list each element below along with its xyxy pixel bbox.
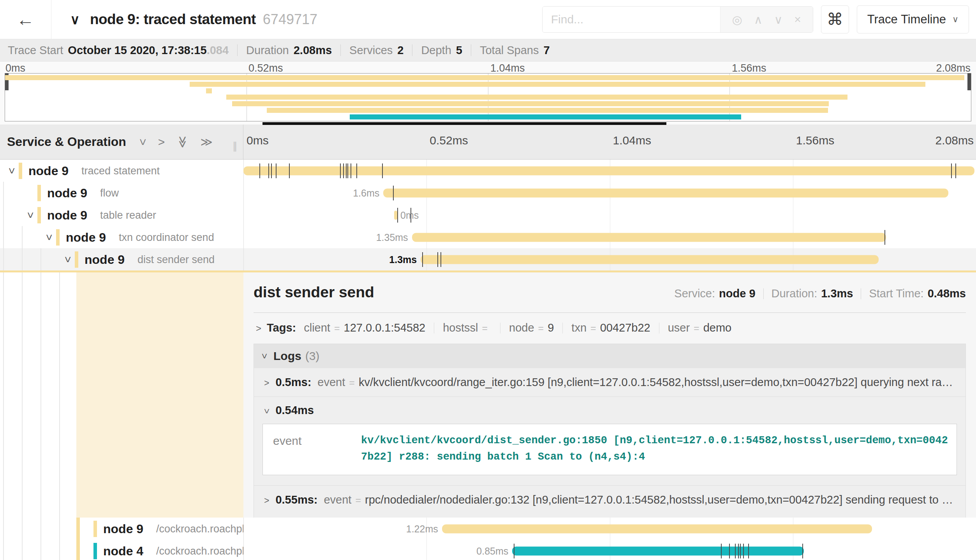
summary-label: Services [349, 44, 393, 57]
log-expand-chevron-icon[interactable]: > [264, 379, 269, 388]
summary-label: Duration [246, 44, 289, 57]
span-bar[interactable] [512, 546, 804, 555]
operation-name: txn coordinator send [119, 231, 214, 243]
log-tick-mark [347, 163, 348, 178]
span-name-cell[interactable]: >node 9table reader [0, 204, 243, 226]
log-tick-mark [729, 544, 730, 558]
minimap-canvas[interactable] [5, 73, 971, 121]
equals-icon: = [694, 323, 699, 334]
log-expanded-header[interactable]: >0.54ms [262, 404, 958, 417]
collapse-trace-chevron-icon[interactable]: ∨ [70, 13, 80, 26]
expand-chevron-icon[interactable]: > [24, 212, 36, 218]
log-tick-mark [382, 163, 383, 178]
log-field-key: event [324, 493, 351, 506]
tags-row[interactable]: > Tags: client=127.0.0.1:54582hostssl=no… [254, 321, 966, 334]
span-row[interactable]: node 9flow1.6ms [0, 182, 976, 204]
expand-chevron-icon[interactable]: > [5, 168, 18, 174]
span-bar[interactable] [412, 233, 886, 242]
span-row[interactable]: node 4/cockroach.roachpb.I...0.85ms [0, 540, 976, 560]
expand-one-icon[interactable]: > [158, 136, 165, 148]
summary-value: October 15 2020, 17:38:15 [68, 44, 206, 57]
selected-indent-guide [76, 518, 80, 540]
logs-collapse-chevron-icon[interactable]: > [260, 353, 269, 359]
expand-chevron-icon[interactable]: > [43, 234, 55, 241]
column-resize-grip-icon[interactable]: ∥ [233, 140, 238, 152]
service-name: node 9 [47, 208, 87, 222]
tags-expand-chevron-icon[interactable]: > [256, 323, 261, 334]
detail-meta: Service:node 9Duration:1.3msStart Time:0… [674, 287, 966, 300]
minimap-span-bar [206, 88, 212, 93]
timeline-minimap[interactable]: 0ms 0.52ms 1.04ms 1.56ms 2.08ms [0, 61, 976, 125]
span-duration-label: 0ms [400, 209, 419, 221]
span-bar[interactable] [383, 188, 948, 197]
find-clear-icon[interactable]: × [794, 13, 801, 26]
tag-separator [562, 323, 563, 334]
logs-header[interactable]: > Logs (3) [254, 344, 965, 368]
detail-meta-value: node 9 [719, 287, 755, 300]
indent-guide [59, 270, 60, 518]
trace-title: node 9: traced statement [90, 11, 256, 28]
span-name-cell[interactable]: node 4/cockroach.roachpb.I... [0, 540, 243, 560]
log-expand-chevron-icon[interactable]: > [264, 496, 269, 505]
log-entry-row[interactable]: >0.55ms:event=rpc/nodedialer/nodedialer.… [254, 485, 965, 514]
span-row[interactable]: >node 9table reader0ms [0, 204, 976, 226]
trace-title-group[interactable]: ∨ node 9: traced statement 6749717 [70, 11, 317, 28]
log-tick-mark [343, 163, 344, 178]
tag-value: demo [703, 321, 732, 334]
logs-body: >0.5ms:event=kv/kvclient/kvcoord/range_i… [254, 368, 965, 514]
summary-separator [471, 44, 471, 56]
log-tick-mark [276, 163, 277, 178]
expand-all-icon[interactable]: ≫ [201, 136, 213, 148]
span-name-cell[interactable]: >node 9txn coordinator send [0, 226, 243, 248]
locate-icon[interactable]: ◎ [732, 13, 742, 26]
span-name-cell[interactable]: node 9/cockroach.roachpb.I... [0, 518, 243, 540]
log-tick-mark [271, 163, 272, 178]
find-next-icon[interactable]: ∨ [774, 13, 782, 26]
expand-chevron-icon[interactable]: > [62, 256, 74, 263]
detail-meta-label: Start Time: [869, 287, 923, 300]
ruler-tick-3: 1.56ms [796, 134, 834, 147]
span-row[interactable]: >node 9dist sender send1.3ms [0, 248, 976, 270]
find-input[interactable] [543, 7, 720, 32]
ruler-tick-1: 0.52ms [430, 134, 468, 147]
span-row[interactable]: >node 9txn coordinator send1.35ms [0, 226, 976, 248]
span-bar[interactable] [394, 211, 397, 219]
summary-item: Services2 [349, 44, 403, 57]
view-selector-button[interactable]: Trace Timeline ∨ [857, 5, 969, 33]
find-prev-icon[interactable]: ∧ [754, 13, 763, 26]
span-name-cell[interactable]: >node 9traced statement [0, 160, 243, 182]
log-entry-row[interactable]: >0.5ms:event=kv/kvclient/kvcoord/range_i… [254, 368, 965, 397]
span-duration-label: 1.35ms [376, 232, 408, 243]
minimap-tick-1: 0.52ms [248, 62, 283, 74]
service-name: node 9 [66, 230, 106, 244]
log-field-value: kv/kvclient/kvcoord/range_iter.go:159 [n… [359, 376, 958, 389]
span-bar[interactable] [442, 524, 872, 533]
log-tick-mark [340, 163, 341, 178]
minimap-right-scrubber[interactable] [967, 73, 971, 90]
span-name-cell[interactable]: >node 9dist sender send [0, 248, 243, 270]
span-row[interactable]: node 9/cockroach.roachpb.I...1.22ms [0, 518, 976, 540]
keyboard-shortcuts-button[interactable]: ⌘ [821, 5, 849, 33]
ruler-tick-0: 0ms [247, 134, 269, 147]
span-bar[interactable] [421, 255, 879, 264]
tag-item: client=127.0.0.1:54582 [304, 321, 425, 334]
span-duration-label: 1.22ms [406, 523, 438, 534]
service-color-strip [93, 521, 97, 537]
span-duration-label: 1.3ms [389, 254, 417, 265]
collapse-all-icon[interactable]: ≫ [177, 136, 189, 148]
log-collapse-chevron-icon[interactable]: > [262, 409, 271, 414]
detail-header: dist sender send Service:node 9Duration:… [254, 284, 966, 301]
span-row[interactable]: >node 9traced statement [0, 160, 976, 182]
log-tick-mark [514, 544, 514, 558]
trace-timeline-page: ← ∨ node 9: traced statement 6749717 ◎ ∧… [0, 0, 976, 560]
minimap-span-bar [190, 82, 926, 87]
log-field-value: rpc/nodedialer/nodedialer.go:132 [n9,cli… [365, 493, 958, 506]
logs-count: (3) [305, 349, 320, 363]
span-bar[interactable] [243, 166, 974, 175]
span-duration-label: 0.85ms [476, 545, 508, 556]
operation-name: /cockroach.roachpb.I... [156, 523, 243, 535]
span-name-cell[interactable]: node 9flow [0, 182, 243, 204]
log-entry-expanded[interactable]: >0.54mseventkv/kvclient/kvcoord/dist_sen… [254, 397, 965, 485]
collapse-one-icon[interactable]: > [137, 139, 149, 146]
back-button[interactable]: ← [0, 0, 51, 39]
